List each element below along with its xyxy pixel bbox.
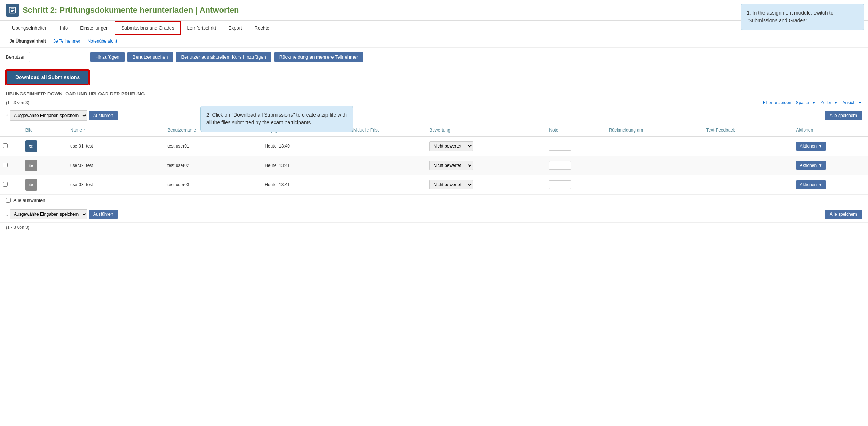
- bewertung-select[interactable]: Nicht bewertet: [429, 141, 473, 151]
- sort-arrow-bottom-icon: ↓: [6, 211, 8, 217]
- submissions-table: Bild Name ↑ Benutzername Abgegeben am In…: [0, 124, 868, 195]
- row-rueckmeldung: [606, 175, 703, 195]
- tab-uebungseinheiten[interactable]: Übungseinheiten: [6, 21, 54, 35]
- hinzufuegen-button[interactable]: Hinzufügen: [90, 52, 125, 62]
- tab-rechte[interactable]: Rechte: [248, 21, 276, 35]
- row-aktionen-button[interactable]: Aktionen ▼: [796, 161, 826, 170]
- row-rueckmeldung: [606, 137, 703, 156]
- row-avatar-cell: te: [23, 175, 67, 195]
- filter-anzeigen-link[interactable]: Filter anzeigen: [763, 100, 792, 105]
- row-abgegeben: Heute, 13:41: [262, 156, 344, 175]
- row-name: user01, test: [67, 137, 165, 156]
- bewertung-select[interactable]: Nicht bewertet: [429, 180, 473, 189]
- select-all-checkbox[interactable]: [6, 198, 11, 203]
- table-header-row: Bild Name ↑ Benutzername Abgegeben am In…: [0, 124, 868, 137]
- subnav-notenuebersicht[interactable]: Notenübersicht: [84, 37, 121, 45]
- col-check-header: [0, 124, 23, 137]
- row-individuelle: [344, 137, 426, 156]
- row-bewertung-cell: Nicht bewertet: [426, 137, 546, 156]
- row-checkbox-cell: [0, 175, 23, 195]
- note-input[interactable]: [549, 180, 571, 189]
- row-rueckmeldung: [606, 156, 703, 175]
- action-bar: Benutzer Hinzufügen Benutzer suchen Benu…: [0, 48, 868, 66]
- tab-export[interactable]: Export: [222, 21, 248, 35]
- save-all-button-bottom[interactable]: Alle speichern: [825, 210, 862, 219]
- benutzer-aktuell-button[interactable]: Benutzer aus aktuellem Kurs hinzufügen: [176, 52, 271, 62]
- row-dropdown-icon: ▼: [818, 182, 822, 187]
- row-checkbox-cell: [0, 137, 23, 156]
- action-select-top[interactable]: Ausgewählte Eingaben speichern: [10, 110, 87, 121]
- note-input[interactable]: [549, 161, 571, 170]
- ansicht-link[interactable]: Ansicht ▼: [842, 100, 862, 105]
- note-input[interactable]: [549, 142, 571, 151]
- tab-info[interactable]: Info: [54, 21, 74, 35]
- table-toolbar-top: ↑ Ausgewählte Eingaben speichern Ausführ…: [0, 108, 868, 124]
- page-title: Schritt 2: Prüfungsdokumente herunterlad…: [23, 5, 239, 15]
- spalten-dropdown-icon: ▼: [812, 100, 816, 105]
- row-name: user03, test: [67, 175, 165, 195]
- tab-einstellungen[interactable]: Einstellungen: [74, 21, 115, 35]
- row-aktionen-cell: Aktionen ▼: [793, 175, 868, 195]
- col-aktionen-header: Aktionen: [793, 124, 868, 137]
- select-all-label: Alle auswählen: [13, 198, 45, 203]
- row-checkbox[interactable]: [3, 143, 8, 148]
- filter-bar: (1 - 3 von 3) Filter anzeigen Spalten ▼ …: [0, 98, 868, 108]
- row-aktionen-cell: Aktionen ▼: [793, 156, 868, 175]
- avatar: te: [25, 179, 37, 191]
- row-aktionen-button[interactable]: Aktionen ▼: [796, 180, 826, 189]
- col-name-header[interactable]: Name ↑: [67, 124, 165, 137]
- subnav-je-teilnehmer[interactable]: Je Teilnehmer: [50, 37, 84, 45]
- col-textfeedback-header: Text-Feedback: [703, 124, 793, 137]
- download-all-button[interactable]: Download all Submissions: [6, 70, 89, 85]
- bewertung-select[interactable]: Nicht bewertet: [429, 161, 473, 170]
- row-aktionen-button[interactable]: Aktionen ▼: [796, 142, 826, 151]
- row-bewertung-cell: Nicht bewertet: [426, 175, 546, 195]
- row-dropdown-icon: ▼: [818, 144, 822, 149]
- row-textfeedback: [703, 156, 793, 175]
- row-checkbox[interactable]: [3, 182, 8, 187]
- table-row: te user02, test test.user02 Heute, 13:41…: [0, 156, 868, 175]
- row-bewertung-cell: Nicht bewertet: [426, 156, 546, 175]
- execute-button-bottom[interactable]: Ausführen: [89, 210, 118, 219]
- header-left: Schritt 2: Prüfungsdokumente herunterlad…: [6, 4, 239, 17]
- tab-lernfortschritt[interactable]: Lernfortschritt: [181, 21, 222, 35]
- spalten-link[interactable]: Spalten ▼: [796, 100, 816, 105]
- bottom-count: (1 - 3 von 3): [0, 223, 868, 232]
- save-all-button-top[interactable]: Alle speichern: [825, 111, 862, 120]
- rueckmeldung-button[interactable]: Rückmeldung an mehrere Teilnehmer: [274, 52, 363, 62]
- col-bewertung-header: Bewertung: [426, 124, 546, 137]
- tab-submissions[interactable]: Submissions and Grades: [115, 21, 181, 35]
- action-select-bottom[interactable]: Ausgewählte Eingaben speichern: [10, 209, 87, 219]
- subnav-je-uebung[interactable]: Je Übungseinheit: [6, 37, 50, 45]
- table-toolbar-bottom: ↓ Ausgewählte Eingaben speichern Ausführ…: [0, 206, 868, 223]
- nav-tabs: Übungseinheiten Info Einstellungen Submi…: [0, 21, 868, 35]
- row-note-cell: [546, 156, 606, 175]
- row-individuelle: [344, 175, 426, 195]
- sort-arrow-icon: ↑: [6, 113, 8, 118]
- name-sort-icon: ↑: [83, 128, 85, 133]
- row-checkbox-cell: [0, 156, 23, 175]
- zeilen-dropdown-icon: ▼: [834, 100, 838, 105]
- row-textfeedback: [703, 137, 793, 156]
- row-dropdown-icon: ▼: [818, 163, 822, 168]
- row-note-cell: [546, 137, 606, 156]
- row-benutzername: test.user02: [165, 156, 262, 175]
- row-checkbox[interactable]: [3, 163, 8, 167]
- section-title: ÜBUNGSEINHEIT: DOWNLOAD UND UPLOAD DER P…: [0, 86, 868, 98]
- ansicht-dropdown-icon: ▼: [858, 100, 862, 105]
- row-benutzername: test.user01: [165, 137, 262, 156]
- execute-button-top[interactable]: Ausführen: [89, 111, 118, 120]
- row-abgegeben: Heute, 13:40: [262, 137, 344, 156]
- row-benutzername: test.user03: [165, 175, 262, 195]
- select-all-row: Alle auswählen: [0, 195, 868, 206]
- col-rueckmeldung-header: Rückmeldung am: [606, 124, 703, 137]
- page-header: Schritt 2: Prüfungsdokumente herunterlad…: [0, 0, 868, 21]
- zeilen-link[interactable]: Zeilen ▼: [820, 100, 838, 105]
- row-note-cell: [546, 175, 606, 195]
- assignment-icon: [6, 4, 19, 17]
- count-text: (1 - 3 von 3): [6, 100, 29, 105]
- avatar: te: [25, 140, 37, 152]
- col-bild-header: Bild: [23, 124, 67, 137]
- benutzer-suchen-button[interactable]: Benutzer suchen: [127, 52, 173, 62]
- benutzer-input[interactable]: [29, 52, 87, 62]
